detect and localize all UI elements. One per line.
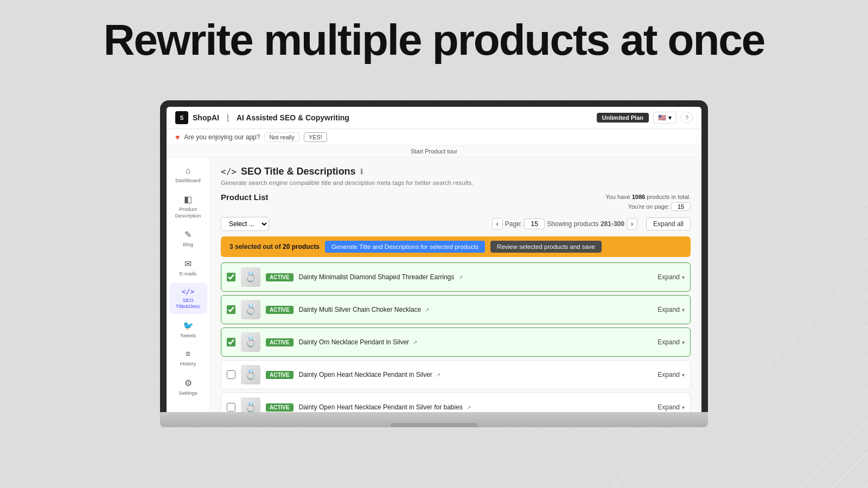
- page-subtitle: Generate search engine compatible title …: [221, 179, 691, 186]
- not-really-button[interactable]: Not really: [264, 132, 299, 142]
- selection-count-text: 3 selected out of 20 products: [229, 243, 320, 251]
- product-name-3: Dainty Om Necklace Pendant in Silver ↗: [299, 338, 653, 346]
- product-link-icon-1[interactable]: ↗: [458, 274, 463, 280]
- sidebar-item-seo[interactable]: </> SEO Title&Desc: [169, 283, 207, 314]
- product-link-icon-3[interactable]: ↗: [413, 339, 417, 345]
- product-list: 💍 ACTIVE Dainty Minimalist Diamond Shape…: [221, 262, 691, 412]
- product-status-4: ACTIVE: [266, 371, 293, 379]
- laptop-screen: S ShopAI | AI Assisted SEO & Copywriting…: [160, 100, 708, 412]
- page-number-input[interactable]: [671, 202, 691, 211]
- app-header: S ShopAI | AI Assisted SEO & Copywriting…: [167, 107, 701, 129]
- product-thumbnail-2: 💍: [241, 300, 260, 319]
- review-button[interactable]: Review selected products and save: [490, 241, 602, 253]
- product-list-meta: You have 1086 products in total. You're …: [605, 192, 691, 211]
- chevron-icon-5: ▾: [682, 404, 685, 410]
- expand-button-1[interactable]: Expand ▾: [658, 273, 685, 281]
- product-thumbnail-5: 💍: [241, 397, 260, 412]
- app-body: ⌂ Dashboard ◧ Product Description ✎ Blog…: [167, 157, 701, 412]
- product-checkbox-4[interactable]: [227, 370, 235, 379]
- showing-range: 281-300: [601, 220, 624, 228]
- page-meta-text: You're on page:: [605, 202, 691, 212]
- expand-button-5[interactable]: Expand ▾: [658, 403, 685, 411]
- sidebar-label-product-description: Product Description: [173, 206, 204, 219]
- product-row: 💍 ACTIVE Dainty Multi Silver Chain Choke…: [221, 295, 691, 324]
- sidebar-item-history[interactable]: ≡ History: [169, 345, 207, 371]
- page-meta-label: You're on page:: [628, 203, 669, 210]
- product-list-header: Product List You have 1086 products in t…: [221, 192, 691, 211]
- tour-label: Start Product tour: [411, 148, 457, 155]
- dashboard-icon: ⌂: [186, 166, 191, 176]
- product-status-2: ACTIVE: [266, 306, 293, 314]
- sidebar: ⌂ Dashboard ◧ Product Description ✎ Blog…: [167, 157, 210, 412]
- plan-badge[interactable]: Unlimited Plan: [597, 113, 649, 123]
- sidebar-label-dashboard: Dashboard: [175, 177, 200, 183]
- sidebar-label-tweets: Tweets: [180, 332, 196, 338]
- select-dropdown[interactable]: Select ...: [221, 217, 269, 231]
- product-row: 💍 ACTIVE Dainty Open Heart Necklace Pend…: [221, 360, 691, 389]
- language-selector[interactable]: 🇺🇸 ▾: [653, 112, 676, 124]
- tweets-icon: 🐦: [183, 320, 194, 331]
- page-title-icon: </>: [221, 166, 237, 177]
- laptop-base: [160, 412, 708, 427]
- total-count: 1086: [632, 194, 645, 200]
- product-name-4: Dainty Open Heart Necklace Pendant in Si…: [299, 371, 653, 378]
- product-checkbox-2[interactable]: [227, 305, 235, 314]
- sidebar-item-blog[interactable]: ✎ Blog: [169, 225, 207, 252]
- product-name-1: Dainty Minimalist Diamond Shaped Threade…: [299, 273, 653, 281]
- expand-all-button[interactable]: Expand all: [646, 217, 691, 230]
- toolbar: Select ... ‹ Page: Showing products 281-…: [221, 217, 691, 231]
- prev-page-button[interactable]: ‹: [492, 218, 503, 230]
- flag-emoji: 🇺🇸: [658, 114, 666, 121]
- product-checkbox-5[interactable]: [227, 403, 235, 412]
- sidebar-item-tweets[interactable]: 🐦 Tweets: [169, 316, 207, 343]
- selection-banner: 3 selected out of 20 products Generate T…: [221, 236, 691, 257]
- yes-button[interactable]: YES!: [304, 132, 327, 142]
- product-link-icon-5[interactable]: ↗: [467, 404, 471, 410]
- showing-text: Showing products 281-300: [547, 220, 624, 228]
- product-list-title: Product List: [221, 192, 269, 202]
- total-label: You have: [605, 194, 630, 200]
- product-link-icon-2[interactable]: ↗: [425, 307, 429, 313]
- product-checkbox-1[interactable]: [227, 273, 235, 281]
- settings-icon: ⚙: [184, 378, 192, 388]
- heart-icon: ♥: [175, 133, 180, 142]
- chevron-icon-4: ▾: [682, 372, 685, 378]
- sidebar-item-emails[interactable]: ✉ E-mails: [169, 254, 207, 281]
- page-info-icon[interactable]: ℹ: [360, 168, 363, 176]
- expand-button-4[interactable]: Expand ▾: [658, 371, 685, 378]
- product-status-5: ACTIVE: [266, 403, 293, 412]
- sidebar-label-seo: SEO Title&Desc: [173, 297, 204, 310]
- app-logo: S ShopAI | AI Assisted SEO & Copywriting: [175, 111, 349, 124]
- generate-button[interactable]: Generate Title and Descriptions for sele…: [325, 241, 485, 253]
- sidebar-item-dashboard[interactable]: ⌂ Dashboard: [169, 162, 207, 188]
- page-nav-input[interactable]: [524, 219, 545, 229]
- page-title-section: </> SEO Title & Descriptions ℹ Generate …: [221, 166, 691, 186]
- pagination: ‹ Page: Showing products 281-300 ›: [492, 218, 637, 230]
- expand-button-3[interactable]: Expand ▾: [658, 338, 685, 346]
- seo-icon: </>: [182, 287, 194, 296]
- blog-icon: ✎: [184, 229, 192, 240]
- expand-button-2[interactable]: Expand ▾: [658, 306, 685, 313]
- product-checkbox-3[interactable]: [227, 338, 235, 346]
- page-title: </> SEO Title & Descriptions ℹ: [221, 166, 691, 177]
- product-thumbnail-4: 💍: [241, 365, 260, 384]
- next-page-button[interactable]: ›: [627, 218, 637, 230]
- logo-icon: S: [175, 111, 188, 124]
- product-row: 💍 ACTIVE Dainty Open Heart Necklace Pend…: [221, 393, 691, 412]
- header-divider: |: [227, 113, 229, 122]
- product-thumbnail-1: 💍: [241, 267, 260, 287]
- product-name-5: Dainty Open Heart Necklace Pendant in Si…: [299, 403, 653, 411]
- total-suffix: products in total.: [647, 194, 691, 200]
- sidebar-item-product-description[interactable]: ◧ Product Description: [169, 190, 207, 223]
- flag-arrow: ▾: [668, 114, 672, 121]
- tour-bar[interactable]: Start Product tour: [167, 146, 701, 157]
- sidebar-item-settings[interactable]: ⚙ Settings: [169, 374, 207, 400]
- product-row: 💍 ACTIVE Dainty Om Necklace Pendant in S…: [221, 328, 691, 357]
- main-content: </> SEO Title & Descriptions ℹ Generate …: [210, 157, 701, 412]
- product-status-3: ACTIVE: [266, 338, 293, 346]
- help-button[interactable]: ?: [681, 112, 693, 124]
- product-link-icon-4[interactable]: ↗: [436, 372, 441, 378]
- hero-title: Rewrite multiple products at once: [0, 16, 868, 64]
- sidebar-label-settings: Settings: [178, 390, 197, 396]
- chevron-icon-1: ▾: [682, 274, 685, 280]
